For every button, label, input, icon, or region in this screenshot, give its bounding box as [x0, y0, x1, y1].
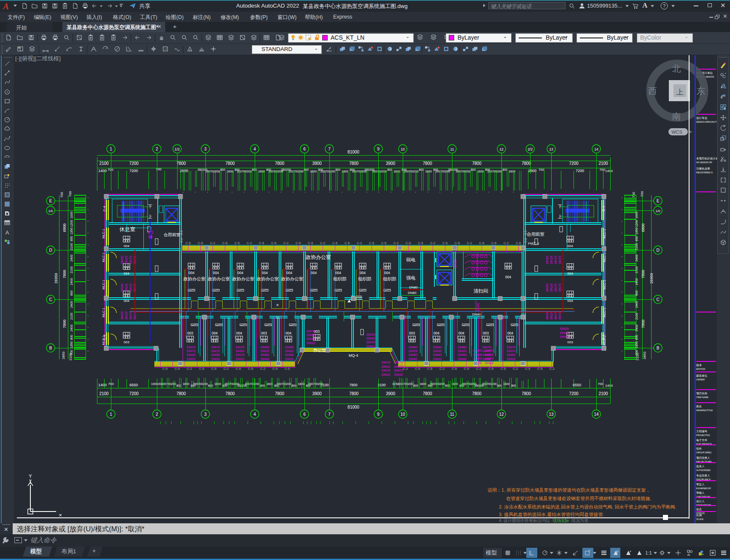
svg-text:REGISTERED S: REGISTERED S	[696, 171, 713, 174]
svg-text:3900: 3900	[386, 391, 396, 396]
svg-text:1600: 1600	[226, 170, 233, 173]
svg-text:200700200: 200700200	[404, 170, 418, 173]
svg-text:C: C	[49, 297, 52, 302]
svg-text:C-5: C-5	[236, 367, 241, 371]
svg-text:DN32: DN32	[433, 349, 442, 353]
svg-text:004: 004	[236, 331, 242, 335]
svg-text:1/0: 1/0	[48, 209, 53, 213]
svg-text:DN25: DN25	[560, 327, 569, 331]
svg-text:1400: 1400	[98, 169, 107, 173]
svg-text:11: 11	[450, 412, 455, 417]
svg-text:800: 800	[419, 168, 424, 171]
svg-text:C-5: C-5	[406, 241, 411, 245]
svg-text:1/0: 1/0	[655, 209, 660, 213]
svg-text:DN70: DN70	[382, 361, 391, 364]
svg-text:1350: 1350	[70, 228, 73, 235]
svg-text:DN70: DN70	[485, 357, 494, 361]
svg-text:政协办公室: 政协办公室	[281, 276, 304, 281]
svg-text:14: 14	[594, 147, 598, 151]
svg-text:C-5: C-5	[259, 241, 264, 245]
svg-text:7800: 7800	[522, 161, 531, 166]
svg-text:700: 700	[599, 168, 605, 172]
svg-text:6800: 6800	[641, 223, 645, 232]
svg-text:EXAMINED BY: EXAMINED BY	[696, 487, 711, 490]
svg-text:DN70: DN70	[394, 361, 403, 364]
svg-text:7800: 7800	[522, 391, 531, 396]
svg-text:2100: 2100	[99, 391, 109, 396]
svg-text:B: B	[49, 346, 52, 350]
svg-text:DN50: DN50	[433, 353, 442, 357]
svg-text:700: 700	[632, 192, 636, 198]
svg-text:DN70: DN70	[236, 353, 245, 357]
svg-text:建设单位: 建设单位	[696, 374, 708, 377]
svg-text:3: 3	[204, 147, 207, 151]
svg-text:1350: 1350	[635, 228, 638, 235]
svg-text:C-2: C-2	[393, 241, 399, 245]
svg-text:C-2: C-2	[210, 241, 215, 245]
svg-text:[-][俯视][二维线框]: [-][俯视][二维线框]	[15, 55, 61, 62]
svg-text:C-5: C-5	[162, 367, 167, 371]
svg-text:9: 9	[377, 147, 380, 151]
svg-text:DN70: DN70	[129, 311, 132, 319]
svg-text:C-5: C-5	[345, 241, 350, 245]
svg-text:3900: 3900	[312, 161, 322, 166]
svg-text:DN70: DN70	[507, 349, 516, 353]
svg-text:NO DESIGN SP: NO DESIGN SP	[696, 161, 712, 164]
svg-text:12: 12	[499, 412, 504, 417]
svg-text:DN32: DN32	[366, 345, 375, 348]
svg-text:DN70: DN70	[558, 256, 562, 264]
svg-text:004: 004	[189, 271, 194, 275]
svg-text:DN70: DN70	[129, 283, 132, 291]
svg-text:设计人: 设计人	[696, 500, 705, 503]
svg-text:C-5: C-5	[211, 367, 216, 371]
svg-text:200700200: 200700200	[482, 382, 496, 385]
svg-text:7800: 7800	[62, 270, 67, 278]
svg-text:004: 004	[505, 275, 511, 279]
svg-text:C-5: C-5	[537, 367, 542, 371]
svg-text:DN50: DN50	[211, 353, 220, 357]
svg-text:组织部: 组织部	[333, 276, 347, 281]
svg-text:003: 003	[261, 331, 267, 335]
svg-text:2100: 2100	[635, 313, 638, 320]
svg-text:004: 004	[458, 331, 464, 335]
svg-text:C-2: C-2	[476, 367, 481, 371]
svg-text:?: ?	[663, 3, 665, 8]
svg-text:DN70: DN70	[558, 283, 562, 291]
svg-text:DRAWINGTITLE: DRAWINGTITLE	[696, 409, 713, 412]
svg-text:700: 700	[70, 350, 73, 355]
svg-text:2. 冷冻水配水系统的末端的送.回水管上均设自动排气阀. 回: 2. 冷冻水配水系统的末端的送.回水管上均设自动排气阀. 回水干管上的阀门均为平…	[499, 504, 676, 509]
svg-text:MLC-1: MLC-1	[102, 253, 105, 262]
svg-text:C-5: C-5	[452, 367, 457, 371]
svg-text:200700200: 200700200	[245, 382, 259, 385]
svg-text:DN40: DN40	[409, 357, 418, 361]
svg-text:2400: 2400	[635, 255, 638, 262]
svg-text:DN40: DN40	[187, 353, 196, 357]
svg-text:DN25: DN25	[560, 335, 569, 339]
svg-text:C-5: C-5	[222, 241, 227, 245]
svg-text:2600: 2600	[180, 169, 188, 173]
svg-text:2100: 2100	[378, 383, 386, 387]
svg-text:合用前室: 合用前室	[164, 232, 180, 237]
svg-text:2100: 2100	[635, 267, 638, 274]
svg-text:版本: 版本	[696, 363, 702, 367]
svg-text:7200: 7200	[129, 391, 139, 396]
svg-text:C-2: C-2	[403, 367, 408, 371]
svg-text:850: 850	[635, 236, 638, 242]
svg-text:81000: 81000	[347, 150, 359, 154]
svg-text:现场实际: 现场实际	[552, 518, 569, 523]
svg-text:DN32: DN32	[236, 357, 245, 361]
svg-text:004: 004	[567, 244, 573, 248]
svg-text:DN25: DN25	[124, 283, 128, 291]
svg-text:DN40: DN40	[458, 357, 467, 361]
svg-text:C-2: C-2	[187, 367, 192, 371]
svg-text:情况为准.: 情况为准.	[571, 518, 590, 523]
svg-text:DN50: DN50	[458, 345, 467, 349]
svg-text:200700200: 200700200	[455, 170, 470, 173]
svg-text:1600: 1600	[425, 170, 432, 173]
svg-text:004: 004	[567, 272, 573, 275]
svg-text:DN70: DN70	[307, 337, 315, 341]
svg-text:4. 设计图纸中所有标注均以: 4. 设计图纸中所有标注均以	[499, 518, 550, 523]
svg-text:政协办公室: 政协办公室	[183, 276, 206, 281]
svg-text:C-5: C-5	[464, 367, 469, 371]
svg-text:合用前室: 合用前室	[527, 232, 544, 237]
